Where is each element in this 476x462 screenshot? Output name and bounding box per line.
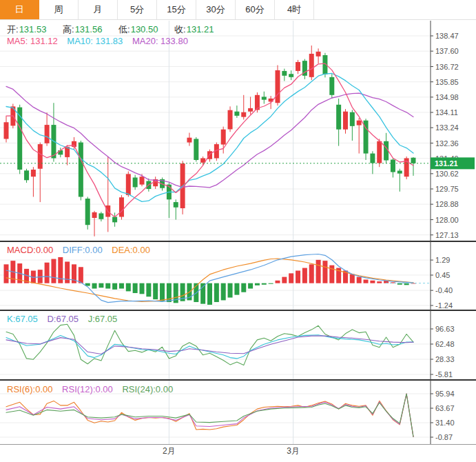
- svg-text:129.75: 129.75: [435, 185, 459, 193]
- svg-text:-1.24: -1.24: [435, 301, 453, 310]
- svg-text:-0.87: -0.87: [435, 433, 453, 441]
- tab-timeframe-5[interactable]: 15分: [157, 0, 196, 19]
- tab-timeframe-1[interactable]: 日: [0, 0, 39, 19]
- svg-text:2月: 2月: [163, 446, 176, 456]
- svg-text:3月: 3月: [287, 446, 300, 456]
- svg-text:96.63: 96.63: [435, 325, 455, 333]
- svg-text:133.24: 133.24: [435, 123, 459, 132]
- svg-text:130.62: 130.62: [435, 170, 459, 178]
- tab-timeframe-8[interactable]: 4时: [275, 0, 314, 19]
- svg-text:137.60: 137.60: [435, 47, 459, 55]
- svg-text:31.40: 31.40: [435, 419, 455, 427]
- svg-text:136.72: 136.72: [435, 63, 459, 71]
- chart-canvas[interactable]: 138.47137.60136.72135.85134.98134.11133.…: [0, 0, 476, 462]
- svg-text:127.13: 127.13: [435, 231, 459, 239]
- svg-text:135.85: 135.85: [435, 78, 459, 86]
- svg-text:132.36: 132.36: [435, 139, 459, 148]
- svg-text:1.29: 1.29: [435, 256, 450, 264]
- svg-text:95.94: 95.94: [435, 390, 455, 398]
- svg-text:-0.40: -0.40: [435, 286, 453, 294]
- svg-text:62.48: 62.48: [435, 340, 455, 348]
- svg-text:-5.81: -5.81: [435, 370, 453, 379]
- tab-timeframe-4[interactable]: 5分: [118, 0, 157, 19]
- svg-text:0.45: 0.45: [435, 271, 450, 279]
- tab-timeframe-7[interactable]: 60分: [236, 0, 275, 19]
- svg-text:28.33: 28.33: [435, 355, 455, 363]
- svg-text:134.98: 134.98: [435, 93, 459, 101]
- kline-app: 138.47137.60136.72135.85134.98134.11133.…: [0, 0, 476, 462]
- svg-text:134.11: 134.11: [435, 108, 458, 117]
- tab-timeframe-3[interactable]: 月: [79, 0, 118, 19]
- tab-timeframe-2[interactable]: 周: [39, 0, 79, 19]
- svg-text:131.21: 131.21: [435, 159, 458, 168]
- svg-text:63.67: 63.67: [435, 404, 455, 412]
- svg-text:138.47: 138.47: [435, 32, 459, 40]
- timeframe-tabs: 日周月5分15分30分60分4时: [0, 0, 476, 20]
- svg-text:128.88: 128.88: [435, 200, 459, 208]
- svg-text:128.00: 128.00: [435, 216, 459, 224]
- tab-timeframe-6[interactable]: 30分: [196, 0, 236, 19]
